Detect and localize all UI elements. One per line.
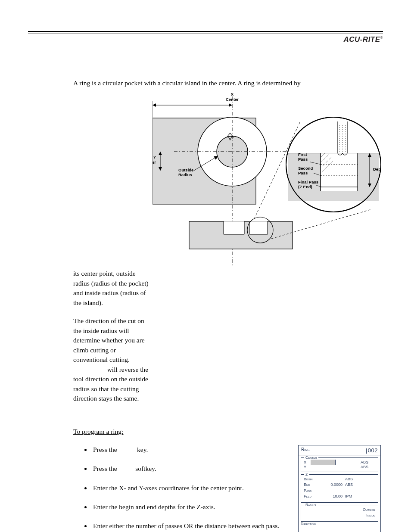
svg-marker-6 [153, 103, 156, 107]
lbl-zfeed: Feed [304, 494, 323, 500]
fig-final-a: Final Pass [298, 180, 318, 184]
suf-x: ABS [361, 460, 375, 464]
fig-final-b: (Z End) [298, 184, 312, 189]
fig-first-b: Pass [298, 157, 308, 162]
group-z: Z BeginABS End0.0000ABS Pass Feed10.00IP… [301, 474, 378, 503]
lbl-pass: Pass [304, 488, 323, 494]
step-item: Enter the begin and end depths for the Z… [91, 502, 290, 512]
fig-second-b: Pass [298, 171, 308, 175]
rule-top-thick [28, 31, 383, 32]
val-zfeed: 10.00 [323, 494, 345, 500]
brand-logo: ACU-RITE® [28, 35, 383, 44]
para-1: its center point, outside radius (radius… [73, 269, 150, 308]
step-item: Enter either the number of passes OR the… [91, 521, 290, 532]
input-x[interactable] [311, 460, 336, 465]
legend-center: Center [304, 455, 318, 460]
lbl-end: End [304, 482, 323, 488]
lbl-inside-radius: Inside [304, 513, 375, 519]
fig-second-a: Second [298, 166, 313, 171]
suf-end: ABS [345, 482, 375, 488]
legend-radius: Radius [304, 503, 318, 507]
step-item: Press the softkey. [91, 464, 290, 473]
group-direction: Direction [301, 524, 378, 532]
step-item: Press the key. [91, 445, 290, 454]
group-center: Center X ABS Y ABS [301, 457, 378, 472]
lbl-x: X [304, 460, 311, 464]
fig-x-center-lbl-a: X [231, 92, 234, 96]
svg-rect-19 [249, 221, 268, 234]
lbl-y: Y [304, 465, 311, 469]
brand-reg: ® [380, 36, 383, 40]
fig-outside-a: Outside [178, 168, 193, 172]
legend-z: Z [304, 472, 309, 476]
fig-x-center-lbl-b: Center [226, 97, 239, 102]
svg-rect-15 [224, 221, 244, 234]
fig-first-a: First [298, 152, 307, 157]
ring-dialog-panel: Ring 002 Center X ABS Y ABS Z BeginABS [298, 445, 381, 532]
fig-outside-b: Radius [178, 172, 192, 177]
lbl-outside-radius: Outside [304, 507, 375, 513]
suf-y: ABS [361, 465, 375, 469]
step-item: Enter the X- and Y-axes coordinates for … [91, 483, 290, 493]
fig-y-a: Y [153, 155, 156, 159]
suf-begin: ABS [345, 476, 375, 482]
left-text-column: its center point, outside radius (radius… [73, 269, 150, 412]
panel-step-num: 002 [365, 447, 378, 454]
fig-depth: Depth [373, 167, 381, 171]
steps-list: Press the key. Press the softkey. Enter … [73, 445, 298, 532]
ring-diagram: X Center Y Center Outside Radius [153, 88, 381, 269]
brand-text: ACU-RITE [343, 35, 380, 44]
rule-top-thin [28, 34, 383, 34]
suf-zfeed: IPM [345, 494, 375, 500]
svg-marker-7 [229, 103, 232, 107]
group-radius: Radius Outside Inside [301, 505, 378, 522]
intro-line: A ring is a circular pocket with a circu… [73, 78, 381, 88]
fig-y-b: Center [153, 160, 156, 165]
para-2: The direction of the cut on the inside r… [73, 316, 150, 403]
val-end: 0.0000 [323, 482, 345, 488]
legend-direction: Direction [301, 522, 318, 526]
svg-rect-31 [321, 153, 358, 191]
lbl-begin: Begin [304, 476, 323, 482]
panel-title: Ring [301, 447, 310, 454]
program-heading: To program a ring: [73, 428, 381, 436]
